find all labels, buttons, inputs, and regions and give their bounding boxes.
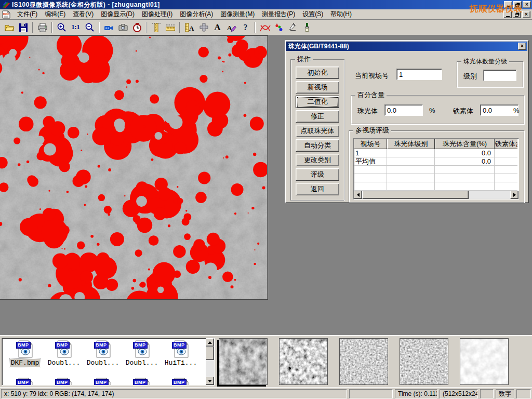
grade-button[interactable]: 评级 — [296, 168, 339, 181]
change-class-button[interactable]: 更改类别 — [296, 154, 339, 166]
thumbnail-4[interactable] — [400, 338, 448, 385]
timer-button[interactable] — [130, 21, 143, 34]
menu-item-settings[interactable]: 设置(S) — [299, 9, 327, 20]
child-restore-button[interactable] — [513, 11, 521, 18]
minimize-button[interactable] — [504, 1, 512, 8]
thumbnail-3[interactable] — [339, 338, 388, 385]
dialog-close-button[interactable]: × — [518, 43, 526, 50]
menu-item-measure-report[interactable]: 测量报告(P) — [258, 9, 299, 20]
col-pearlite-content[interactable]: 珠光体含量(%) — [435, 139, 495, 149]
file-item[interactable]: BMP — [123, 378, 161, 385]
file-list-scrollbar[interactable] — [206, 338, 214, 385]
document-icon[interactable]: DOC — [2, 10, 10, 19]
file-name[interactable]: DKF.bmp — [10, 359, 41, 367]
menu-item-image-measure[interactable]: 图像测量(M) — [217, 9, 258, 20]
menu-item-image-display[interactable]: 图像显示(D) — [97, 9, 138, 20]
file-item[interactable]: BMP — [84, 378, 122, 385]
brush-button[interactable] — [300, 21, 313, 34]
cell — [495, 157, 517, 166]
pearlite-percent-input[interactable] — [384, 104, 423, 116]
initialize-button[interactable]: 初始化 — [296, 66, 339, 79]
ferrite-percent-input[interactable] — [480, 104, 518, 116]
return-button[interactable]: 返回 — [296, 183, 339, 195]
thumbnail-5[interactable] — [460, 338, 509, 385]
restore-button[interactable] — [513, 1, 522, 8]
file-item[interactable]: BMP DKF.bmp — [6, 340, 44, 367]
zoom-in-button[interactable] — [55, 21, 68, 34]
minimize-icon — [506, 16, 510, 17]
file-name[interactable]: Doubl... — [86, 359, 120, 367]
table-row[interactable]: 平均值 0.0 — [354, 157, 518, 166]
help-button[interactable]: ? — [239, 21, 252, 34]
file-browser[interactable]: BMP DKF.bmp BMP Doubl... BMP Doubl... BM… — [2, 338, 215, 385]
actual-size-button[interactable]: 1:1 — [69, 21, 82, 34]
cell: 0.0 — [435, 157, 495, 166]
menu-item-file[interactable]: 文件(F) — [14, 9, 41, 20]
scroll-down-button[interactable] — [206, 377, 214, 385]
open-file-button[interactable] — [3, 21, 16, 34]
micrograph-image[interactable] — [0, 35, 268, 300]
file-name[interactable]: Doubl... — [47, 359, 81, 367]
table-row[interactable]: 1 0.0 — [354, 149, 518, 157]
print-button[interactable] — [36, 21, 49, 34]
close-button[interactable]: × — [523, 1, 531, 8]
camera-button[interactable] — [116, 21, 129, 34]
save-button[interactable] — [17, 21, 30, 34]
child-minimize-button[interactable] — [503, 11, 512, 18]
file-item[interactable]: BMP Doubl... — [84, 340, 122, 367]
cell — [495, 149, 517, 157]
col-ferrite-content[interactable]: 铁素体含量(%) — [495, 139, 517, 149]
thumbnail-1[interactable] — [219, 338, 268, 385]
bmp-badge: BMP — [16, 342, 31, 349]
scroll-right-button[interactable] — [510, 191, 518, 199]
file-item[interactable]: BMP — [162, 378, 200, 385]
menu-item-view[interactable]: 查看(V) — [69, 9, 97, 20]
menu-item-image-process[interactable]: 图像处理(I) — [138, 9, 176, 20]
file-item[interactable]: BMP HuiTi... — [162, 340, 200, 367]
vertical-ruler-button[interactable] — [150, 21, 163, 34]
text-button[interactable]: A — [211, 21, 224, 34]
svg-text:A: A — [189, 24, 194, 32]
file-item[interactable]: BMP Doubl... — [45, 340, 83, 367]
zoom-out-button[interactable] — [83, 21, 96, 34]
child-close-button[interactable]: × — [522, 11, 530, 18]
mdi-client-area: 珠光体(GB/T9441-88) × 操作 初始化 新视场 二值化 修正 点取珠… — [0, 35, 532, 335]
grade-input[interactable] — [483, 70, 516, 81]
col-pearlite-grade[interactable]: 珠光体级别 — [387, 139, 435, 149]
scroll-left-button[interactable] — [354, 191, 362, 199]
new-field-button[interactable]: 新视场 — [296, 81, 339, 94]
binarize-button[interactable]: 二值化 — [296, 96, 339, 108]
thumbnail-2[interactable] — [279, 338, 328, 385]
bmp-badge: BMP — [94, 342, 109, 349]
grid-button[interactable] — [197, 21, 210, 34]
auto-classify-button[interactable]: 自动分类 — [296, 139, 339, 152]
scroll-down-icon — [208, 380, 212, 382]
scrollbar-thumb[interactable] — [206, 347, 214, 360]
file-item[interactable]: BMP Doubl... — [123, 340, 161, 367]
video-capture-button[interactable] — [102, 21, 115, 34]
file-name[interactable]: HuiTi... — [164, 359, 198, 367]
measure-label-button[interactable]: A — [183, 21, 196, 34]
pick-pearlite-button[interactable]: 点取珠光体 — [296, 125, 339, 137]
table-horizontal-scrollbar[interactable] — [354, 191, 518, 199]
dialog-title-bar[interactable]: 珠光体(GB/T9441-88) × — [286, 42, 527, 51]
minimize-icon — [507, 6, 510, 7]
pointer-pen-button[interactable] — [286, 21, 299, 34]
menu-item-image-analysis[interactable]: 图像分析(A) — [176, 9, 217, 20]
file-name[interactable]: Doubl... — [125, 359, 159, 367]
menu-item-edit[interactable]: 编辑(E) — [41, 9, 69, 20]
particle-analysis-button[interactable] — [272, 21, 285, 34]
file-item[interactable]: BMP — [45, 378, 83, 385]
col-field-number[interactable]: 视场号 — [354, 139, 387, 149]
menu-item-help[interactable]: 帮助(H) — [327, 9, 355, 20]
cross-grid-icon — [198, 22, 209, 33]
horizontal-ruler-button[interactable] — [164, 21, 177, 34]
scroll-up-button[interactable] — [206, 338, 214, 347]
curve-tool-button[interactable] — [258, 21, 271, 34]
file-item[interactable]: BMP — [6, 378, 44, 385]
status-empty-panel — [516, 389, 531, 398]
annotate-button[interactable]: A — [225, 21, 238, 34]
correct-button[interactable]: 修正 — [296, 110, 339, 123]
current-field-input[interactable] — [396, 69, 442, 80]
scrollbar-thumb[interactable] — [362, 191, 469, 199]
